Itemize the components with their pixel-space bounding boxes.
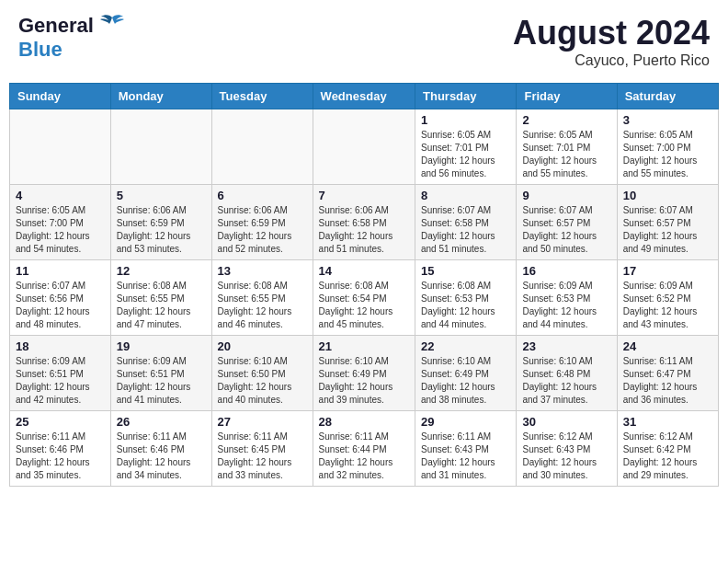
calendar-cell: 31Sunrise: 6:12 AM Sunset: 6:42 PM Dayli… xyxy=(617,411,718,487)
day-number: 4 xyxy=(16,189,105,202)
day-number: 19 xyxy=(117,339,206,353)
calendar-cell: 10Sunrise: 6:07 AM Sunset: 6:57 PM Dayli… xyxy=(617,185,718,260)
day-info: Sunrise: 6:11 AM Sunset: 6:43 PM Dayligh… xyxy=(421,431,510,482)
day-number: 10 xyxy=(623,189,712,202)
day-number: 2 xyxy=(522,113,610,127)
main-title: August 2024 xyxy=(513,14,710,52)
weekday-header: Saturday xyxy=(617,84,718,109)
calendar-cell: 18Sunrise: 6:09 AM Sunset: 6:51 PM Dayli… xyxy=(10,336,111,411)
day-number: 12 xyxy=(117,264,206,278)
weekday-header: Friday xyxy=(517,84,617,109)
day-number: 6 xyxy=(218,189,307,202)
calendar-cell: 2Sunrise: 6:05 AM Sunset: 7:01 PM Daylig… xyxy=(517,109,617,185)
day-info: Sunrise: 6:07 AM Sunset: 6:57 PM Dayligh… xyxy=(623,204,712,256)
calendar-table: SundayMondayTuesdayWednesdayThursdayFrid… xyxy=(9,83,719,487)
day-info: Sunrise: 6:09 AM Sunset: 6:52 PM Dayligh… xyxy=(623,280,712,331)
day-number: 7 xyxy=(319,189,409,202)
day-number: 13 xyxy=(218,264,307,278)
day-info: Sunrise: 6:10 AM Sunset: 6:50 PM Dayligh… xyxy=(218,355,307,407)
day-number: 3 xyxy=(623,113,712,127)
day-info: Sunrise: 6:12 AM Sunset: 6:43 PM Dayligh… xyxy=(522,431,610,482)
day-number: 8 xyxy=(421,189,510,202)
day-info: Sunrise: 6:07 AM Sunset: 6:57 PM Dayligh… xyxy=(522,204,610,256)
day-number: 1 xyxy=(421,113,510,127)
day-number: 22 xyxy=(421,339,510,353)
day-number: 30 xyxy=(522,415,610,429)
day-info: Sunrise: 6:05 AM Sunset: 7:00 PM Dayligh… xyxy=(16,204,105,256)
calendar-cell: 3Sunrise: 6:05 AM Sunset: 7:00 PM Daylig… xyxy=(617,109,718,185)
day-info: Sunrise: 6:11 AM Sunset: 6:47 PM Dayligh… xyxy=(623,355,712,407)
day-number: 16 xyxy=(522,264,610,278)
day-info: Sunrise: 6:10 AM Sunset: 6:49 PM Dayligh… xyxy=(319,355,409,407)
calendar-cell: 28Sunrise: 6:11 AM Sunset: 6:44 PM Dayli… xyxy=(313,411,415,487)
day-number: 20 xyxy=(218,339,307,353)
day-number: 5 xyxy=(117,189,206,202)
logo-blue-text: Blue xyxy=(18,38,63,62)
day-number: 24 xyxy=(623,339,712,353)
page-header: General Blue August 2024 Cayuco, Puerto … xyxy=(9,9,719,74)
calendar-cell: 25Sunrise: 6:11 AM Sunset: 6:46 PM Dayli… xyxy=(10,411,111,487)
day-number: 18 xyxy=(16,339,105,353)
calendar-cell: 11Sunrise: 6:07 AM Sunset: 6:56 PM Dayli… xyxy=(10,260,111,336)
day-number: 14 xyxy=(319,264,409,278)
day-number: 21 xyxy=(319,339,409,353)
calendar-cell xyxy=(110,109,211,185)
calendar-cell: 17Sunrise: 6:09 AM Sunset: 6:52 PM Dayli… xyxy=(617,260,718,336)
calendar-cell: 20Sunrise: 6:10 AM Sunset: 6:50 PM Dayli… xyxy=(211,336,313,411)
calendar-cell: 24Sunrise: 6:11 AM Sunset: 6:47 PM Dayli… xyxy=(617,336,718,411)
calendar-cell: 22Sunrise: 6:10 AM Sunset: 6:49 PM Dayli… xyxy=(415,336,517,411)
calendar-cell: 23Sunrise: 6:10 AM Sunset: 6:48 PM Dayli… xyxy=(517,336,617,411)
day-info: Sunrise: 6:10 AM Sunset: 6:49 PM Dayligh… xyxy=(421,355,510,407)
day-info: Sunrise: 6:06 AM Sunset: 6:58 PM Dayligh… xyxy=(319,204,409,256)
title-area: August 2024 Cayuco, Puerto Rico xyxy=(513,14,710,69)
calendar-cell: 12Sunrise: 6:08 AM Sunset: 6:55 PM Dayli… xyxy=(110,260,211,336)
day-number: 9 xyxy=(522,189,610,202)
calendar-cell: 5Sunrise: 6:06 AM Sunset: 6:59 PM Daylig… xyxy=(110,185,211,260)
calendar-cell: 14Sunrise: 6:08 AM Sunset: 6:54 PM Dayli… xyxy=(313,260,415,336)
day-info: Sunrise: 6:11 AM Sunset: 6:46 PM Dayligh… xyxy=(16,431,105,482)
day-number: 15 xyxy=(421,264,510,278)
calendar-cell: 6Sunrise: 6:06 AM Sunset: 6:59 PM Daylig… xyxy=(211,185,313,260)
weekday-header: Tuesday xyxy=(211,84,313,109)
day-info: Sunrise: 6:10 AM Sunset: 6:48 PM Dayligh… xyxy=(522,355,610,407)
subtitle: Cayuco, Puerto Rico xyxy=(513,52,710,69)
weekday-header: Wednesday xyxy=(313,84,415,109)
day-info: Sunrise: 6:05 AM Sunset: 7:00 PM Dayligh… xyxy=(623,129,712,180)
day-info: Sunrise: 6:11 AM Sunset: 6:44 PM Dayligh… xyxy=(319,431,409,482)
day-info: Sunrise: 6:08 AM Sunset: 6:55 PM Dayligh… xyxy=(117,280,206,331)
day-info: Sunrise: 6:05 AM Sunset: 7:01 PM Dayligh… xyxy=(421,129,510,180)
calendar-cell: 19Sunrise: 6:09 AM Sunset: 6:51 PM Dayli… xyxy=(110,336,211,411)
calendar-cell: 16Sunrise: 6:09 AM Sunset: 6:53 PM Dayli… xyxy=(517,260,617,336)
calendar-cell: 21Sunrise: 6:10 AM Sunset: 6:49 PM Dayli… xyxy=(313,336,415,411)
day-number: 27 xyxy=(218,415,307,429)
day-number: 23 xyxy=(522,339,610,353)
day-number: 25 xyxy=(16,415,105,429)
day-info: Sunrise: 6:11 AM Sunset: 6:46 PM Dayligh… xyxy=(117,431,206,482)
logo-bird-icon xyxy=(99,14,125,38)
day-info: Sunrise: 6:09 AM Sunset: 6:53 PM Dayligh… xyxy=(522,280,610,331)
day-info: Sunrise: 6:09 AM Sunset: 6:51 PM Dayligh… xyxy=(16,355,105,407)
calendar-cell: 29Sunrise: 6:11 AM Sunset: 6:43 PM Dayli… xyxy=(415,411,517,487)
day-info: Sunrise: 6:05 AM Sunset: 7:01 PM Dayligh… xyxy=(522,129,610,180)
day-info: Sunrise: 6:11 AM Sunset: 6:45 PM Dayligh… xyxy=(218,431,307,482)
calendar-cell: 26Sunrise: 6:11 AM Sunset: 6:46 PM Dayli… xyxy=(110,411,211,487)
day-info: Sunrise: 6:08 AM Sunset: 6:54 PM Dayligh… xyxy=(319,280,409,331)
calendar-cell: 30Sunrise: 6:12 AM Sunset: 6:43 PM Dayli… xyxy=(517,411,617,487)
calendar-cell xyxy=(10,109,111,185)
calendar-cell: 7Sunrise: 6:06 AM Sunset: 6:58 PM Daylig… xyxy=(313,185,415,260)
calendar-cell: 15Sunrise: 6:08 AM Sunset: 6:53 PM Dayli… xyxy=(415,260,517,336)
day-info: Sunrise: 6:07 AM Sunset: 6:58 PM Dayligh… xyxy=(421,204,510,256)
calendar-cell: 8Sunrise: 6:07 AM Sunset: 6:58 PM Daylig… xyxy=(415,185,517,260)
weekday-header: Thursday xyxy=(415,84,517,109)
day-info: Sunrise: 6:08 AM Sunset: 6:53 PM Dayligh… xyxy=(421,280,510,331)
calendar-cell: 13Sunrise: 6:08 AM Sunset: 6:55 PM Dayli… xyxy=(211,260,313,336)
day-number: 28 xyxy=(319,415,409,429)
day-info: Sunrise: 6:08 AM Sunset: 6:55 PM Dayligh… xyxy=(218,280,307,331)
calendar-cell xyxy=(211,109,313,185)
day-number: 17 xyxy=(623,264,712,278)
calendar-cell xyxy=(313,109,415,185)
day-info: Sunrise: 6:06 AM Sunset: 6:59 PM Dayligh… xyxy=(218,204,307,256)
day-number: 26 xyxy=(117,415,206,429)
day-info: Sunrise: 6:07 AM Sunset: 6:56 PM Dayligh… xyxy=(16,280,105,331)
day-number: 11 xyxy=(16,264,105,278)
